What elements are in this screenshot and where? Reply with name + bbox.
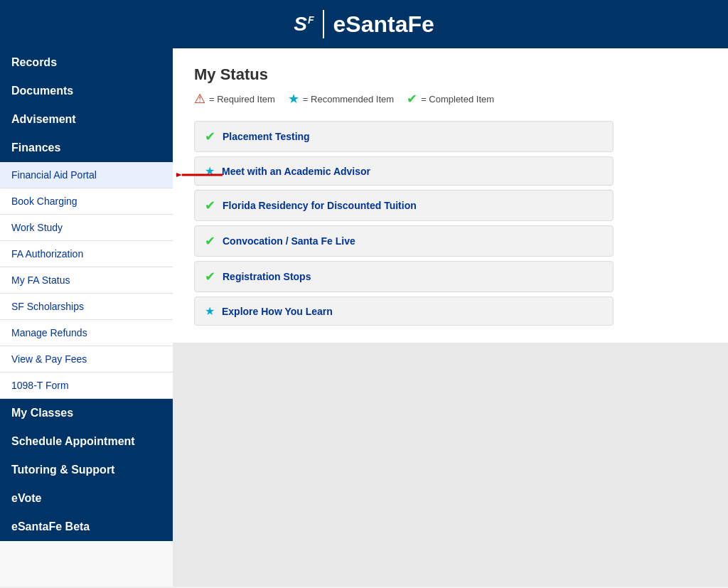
legend-recommended: ★ = Recommended Item — [288, 91, 394, 107]
header-divider — [323, 10, 324, 38]
check-icon: ✔ — [205, 129, 215, 144]
status-text-academic-advisor: Meet with an Academic Advisor — [222, 166, 370, 177]
main-content: My Status ⚠ = Required Item ★ = Recommen… — [173, 48, 728, 343]
content-wrapper: My Status ⚠ = Required Item ★ = Recommen… — [173, 48, 728, 587]
status-legend: ⚠ = Required Item ★ = Recommended Item ✔… — [194, 91, 707, 107]
sidebar-item-1098t[interactable]: 1098-T Form — [0, 373, 173, 399]
check-icon-4: ✔ — [205, 269, 215, 284]
sidebar: Records Documents Advisement Finances Fi… — [0, 48, 173, 587]
logo-f: F — [308, 14, 315, 26]
sidebar-item-view-pay-fees[interactable]: View & Pay Fees — [0, 346, 173, 373]
status-text-florida-residency: Florida Residency for Discounted Tuition — [223, 200, 417, 211]
legend-completed: ✔ = Completed Item — [407, 91, 494, 107]
sidebar-item-book-charging[interactable]: Book Charging — [0, 188, 173, 215]
status-row-florida-residency[interactable]: ✔ Florida Residency for Discounted Tuiti… — [194, 190, 614, 221]
sidebar-item-documents[interactable]: Documents — [0, 77, 173, 105]
recommended-icon: ★ — [288, 91, 299, 107]
status-row-registration-stops[interactable]: ✔ Registration Stops — [194, 261, 614, 292]
sidebar-item-sf-scholarships[interactable]: SF Scholarships — [0, 294, 173, 320]
page-title: My Status — [194, 65, 707, 84]
legend-required: ⚠ = Required Item — [194, 91, 275, 107]
status-row-academic-advisor[interactable]: ★ Meet with an Academic Advisor — [194, 156, 614, 186]
sidebar-item-manage-refunds[interactable]: Manage Refunds — [0, 320, 173, 346]
status-text-registration-stops: Registration Stops — [223, 271, 311, 282]
app-title: eSantaFe — [333, 11, 434, 38]
recommended-label: = Recommended Item — [303, 94, 394, 105]
star-icon-2: ★ — [205, 304, 215, 318]
sidebar-item-financial-aid-portal[interactable]: Financial Aid Portal — [0, 162, 173, 188]
sidebar-item-tutoring-support[interactable]: Tutoring & Support — [0, 456, 173, 484]
sidebar-item-work-study[interactable]: Work Study — [0, 215, 173, 241]
sidebar-item-my-classes[interactable]: My Classes — [0, 399, 173, 427]
completed-label: = Completed Item — [421, 94, 494, 105]
main-layout: Records Documents Advisement Finances Fi… — [0, 48, 728, 587]
logo-s: S — [294, 13, 308, 35]
status-row-placement-testing[interactable]: ✔ Placement Testing — [194, 121, 614, 152]
check-icon-2: ✔ — [205, 198, 215, 213]
sidebar-item-esantafe-beta[interactable]: eSantaFe Beta — [0, 513, 173, 541]
sidebar-item-schedule-appointment[interactable]: Schedule Appointment — [0, 427, 173, 456]
required-icon: ⚠ — [194, 91, 205, 107]
sidebar-item-advisement[interactable]: Advisement — [0, 105, 173, 134]
check-icon-3: ✔ — [205, 233, 215, 249]
arrow-icon — [176, 165, 226, 185]
app-header: SF eSantaFe — [0, 0, 728, 48]
status-row-explore-learning[interactable]: ★ Explore How You Learn — [194, 296, 614, 326]
sidebar-item-fa-authorization[interactable]: FA Authorization — [0, 241, 173, 267]
status-text-placement-testing: Placement Testing — [223, 131, 310, 142]
sidebar-item-records[interactable]: Records — [0, 48, 173, 77]
status-text-explore-learning: Explore How You Learn — [222, 306, 333, 317]
sidebar-item-finances[interactable]: Finances — [0, 134, 173, 162]
red-arrow-indicator — [176, 165, 226, 185]
required-label: = Required Item — [209, 94, 275, 105]
sidebar-item-my-fa-status[interactable]: My FA Status — [0, 267, 173, 294]
status-row-convocation[interactable]: ✔ Convocation / Santa Fe Live — [194, 225, 614, 257]
status-text-convocation: Convocation / Santa Fe Live — [223, 235, 355, 247]
status-list: ✔ Placement Testing ★ Meet with an Acade… — [194, 121, 614, 326]
logo: SF — [294, 13, 314, 36]
completed-icon: ✔ — [407, 91, 417, 107]
sidebar-item-evote[interactable]: eVote — [0, 484, 173, 513]
bottom-gray-area — [173, 343, 728, 587]
financial-aid-portal-label: Financial Aid Portal — [11, 169, 97, 181]
